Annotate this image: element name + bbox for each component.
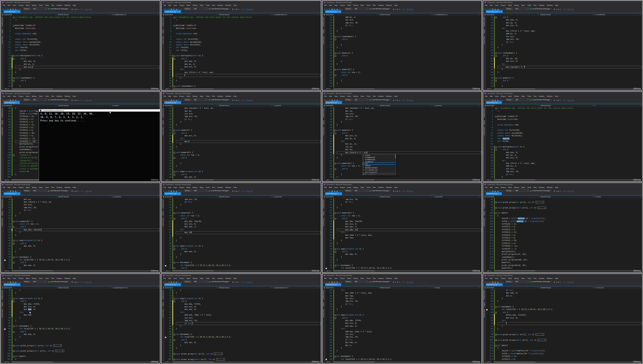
- bookmark-prev-icon[interactable]: ▮: [89, 8, 90, 10]
- fold-margin[interactable]: [173, 124, 176, 126]
- side-tab-data-sources[interactable]: Data Sources: [484, 127, 485, 135]
- fold-margin[interactable]: [495, 121, 497, 124]
- code-line[interactable]: 77 mov eax, 0;: [164, 308, 321, 311]
- menu-item-tools[interactable]: Tools: [45, 95, 49, 97]
- menu-item-project[interactable]: Project: [501, 187, 506, 188]
- fold-margin[interactable]: [13, 124, 15, 126]
- scrollbar-thumb[interactable]: [333, 362, 375, 362]
- platform-dropdown[interactable]: x86▾: [193, 280, 208, 283]
- fold-margin[interactable]: [495, 242, 497, 245]
- menu-item-project[interactable]: Project: [501, 5, 506, 6]
- config-dropdown[interactable]: Debug▾: [345, 98, 353, 101]
- menu-item-analyze[interactable]: Analyze: [56, 187, 62, 188]
- code-line[interactable]: 91 movsx eax, [local];: [486, 314, 642, 317]
- menu-item-analyze[interactable]: Analyze: [56, 95, 62, 97]
- code-line[interactable]: 17 mov eax, 0;: [486, 151, 642, 154]
- bookmark-margin[interactable]: [325, 44, 327, 46]
- code-line[interactable]: 84 div n;: [325, 344, 482, 347]
- bookmark-margin[interactable]: [325, 115, 327, 118]
- bookmark-margin[interactable]: [486, 74, 488, 77]
- menu-item-build[interactable]: Build: [508, 278, 511, 279]
- code-line[interactable]: 70 }: [164, 289, 321, 292]
- intellitrace-icon[interactable]: ⚑: [553, 8, 555, 10]
- menu-item-help[interactable]: Help: [233, 187, 237, 188]
- fold-margin[interactable]: [495, 162, 497, 165]
- fold-margin[interactable]: [334, 135, 337, 137]
- intellisense-item[interactable]: #FLT_DECIMAL_DIG: [362, 169, 396, 171]
- code-line[interactable]: 80 inc ecx;: [164, 317, 321, 319]
- fold-margin[interactable]: [13, 322, 15, 325]
- code-line[interactable]: 25 jl for;: [486, 173, 642, 176]
- step-over-icon[interactable]: ↷: [563, 99, 565, 101]
- bookmark-margin[interactable]: [4, 220, 6, 223]
- bookmark-margin[interactable]: [325, 82, 327, 85]
- fold-margin[interactable]: [334, 220, 337, 223]
- menu-item-edit[interactable]: Edit: [329, 95, 332, 97]
- expand-icon[interactable]: +: [13, 345, 15, 347]
- code-line[interactable]: 17 mov eax, 0;: [486, 19, 642, 21]
- menu-item-analyze[interactable]: Analyze: [217, 278, 223, 279]
- code-line[interactable]: 71}: [4, 292, 160, 295]
- bookmark-margin[interactable]: [4, 347, 6, 350]
- code-line[interactable]: 90− _asm {: [486, 311, 642, 314]
- code-line[interactable]: 30− _asm {: [325, 38, 482, 41]
- fold-margin[interactable]: [13, 295, 15, 297]
- bookmark-margin[interactable]: [164, 41, 167, 44]
- bookmark-margin[interactable]: [164, 19, 167, 21]
- code-line[interactable]: 11static short third[10];: [486, 135, 642, 137]
- side-tab-toolbox[interactable]: Toolbox: [323, 120, 325, 125]
- code-line[interactable]: 66 mul two;: [325, 237, 482, 239]
- fold-margin[interactable]: +: [495, 201, 497, 204]
- menu-item-build[interactable]: Build: [347, 187, 351, 188]
- collapsed-region[interactable]: { ... }: [216, 358, 225, 361]
- code-line[interactable]: 85 }: [486, 297, 642, 300]
- bookmark-margin[interactable]: [325, 49, 327, 52]
- menu-item-file[interactable]: File: [485, 278, 488, 279]
- step-out-icon[interactable]: ↑: [566, 99, 567, 101]
- filter-icon[interactable]: {}: [374, 173, 375, 175]
- menu-item-file[interactable]: File: [3, 5, 5, 6]
- bookmark-toolbar-icon[interactable]: ▮: [85, 8, 86, 10]
- code-line[interactable]: 105+void print_array(short arr[], int n)…: [486, 339, 642, 341]
- fold-margin[interactable]: [495, 68, 497, 71]
- code-line[interactable]: 43− _asm {: [164, 132, 321, 135]
- code-line[interactable]: 37: [325, 58, 482, 60]
- bookmark-margin[interactable]: [4, 204, 6, 206]
- menu-item-build[interactable]: Build: [187, 278, 190, 279]
- fold-margin[interactable]: [334, 256, 337, 259]
- bookmark-margin[interactable]: [325, 319, 327, 322]
- bookmark-margin[interactable]: [486, 165, 488, 168]
- code-line[interactable]: 94: [486, 322, 642, 325]
- bookmark-margin[interactable]: [4, 19, 6, 21]
- bookmark-margin[interactable]: [164, 110, 167, 113]
- bookmark-margin[interactable]: [4, 38, 6, 41]
- fold-margin[interactable]: −: [334, 317, 337, 319]
- bookmark-margin[interactable]: [164, 300, 167, 303]
- fold-margin[interactable]: [334, 292, 337, 295]
- bookmark-margin[interactable]: [164, 135, 167, 137]
- fold-margin[interactable]: [13, 66, 15, 68]
- bookmark-margin[interactable]: [486, 160, 488, 162]
- fold-margin[interactable]: [495, 256, 497, 259]
- fold-margin[interactable]: −: [173, 333, 176, 336]
- horizontal-scrollbar[interactable]: [333, 361, 480, 363]
- bookmark-margin[interactable]: [164, 165, 167, 168]
- platform-dropdown[interactable]: x86▾: [514, 7, 529, 10]
- fold-margin[interactable]: [173, 201, 176, 204]
- fold-margin[interactable]: −: [334, 132, 337, 135]
- code-line[interactable]: 37 cmp ecx, 10;: [325, 115, 482, 118]
- pin-icon[interactable]: +: [177, 284, 178, 285]
- scrollbar-thumb[interactable]: [172, 362, 214, 362]
- menu-item-window[interactable]: Window: [386, 278, 392, 279]
- collapse-icon[interactable]: −: [335, 248, 336, 250]
- bookmark-margin[interactable]: [4, 135, 6, 137]
- fold-margin[interactable]: [173, 215, 176, 217]
- fold-margin[interactable]: [173, 292, 176, 295]
- bookmark-margin[interactable]: [164, 350, 167, 352]
- code-line[interactable]: 44: [325, 77, 482, 80]
- scrollbar-thumb[interactable]: [494, 362, 535, 362]
- code-line[interactable]: 74− _asm {: [325, 317, 482, 319]
- fold-margin[interactable]: [495, 41, 497, 44]
- redo-icon[interactable]: ↷: [20, 99, 21, 101]
- menu-item-test[interactable]: Test: [373, 278, 376, 279]
